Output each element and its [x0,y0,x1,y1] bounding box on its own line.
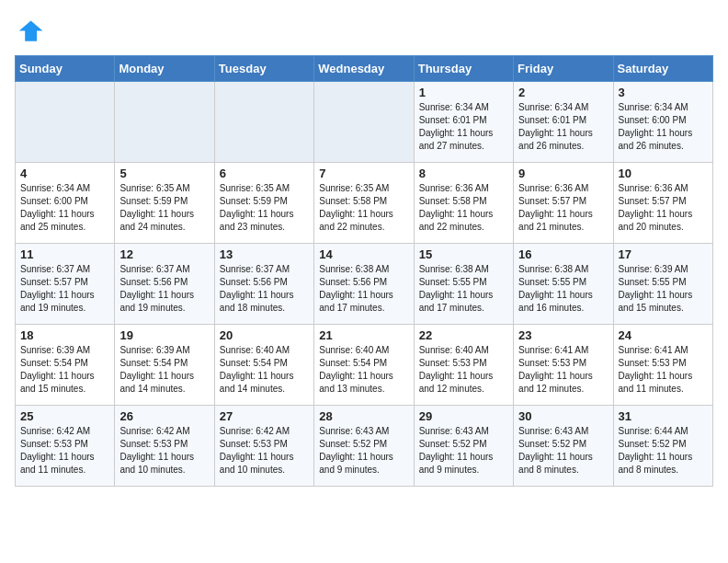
calendar-cell: 7Sunrise: 6:35 AM Sunset: 5:58 PM Daylig… [314,163,414,244]
calendar-cell: 9Sunrise: 6:36 AM Sunset: 5:57 PM Daylig… [514,163,613,244]
day-info: Sunrise: 6:35 AM Sunset: 5:59 PM Dayligh… [220,182,309,234]
calendar-cell [314,82,414,163]
day-info: Sunrise: 6:41 AM Sunset: 5:53 PM Dayligh… [619,344,708,396]
calendar-cell: 20Sunrise: 6:40 AM Sunset: 5:54 PM Dayli… [214,325,313,406]
calendar-header: SundayMondayTuesdayWednesdayThursdayFrid… [16,56,713,82]
page-header [15,15,713,44]
day-info: Sunrise: 6:36 AM Sunset: 5:57 PM Dayligh… [619,182,708,234]
day-info: Sunrise: 6:43 AM Sunset: 5:52 PM Dayligh… [319,425,408,477]
day-number: 19 [119,328,209,342]
day-number: 24 [619,328,708,342]
day-info: Sunrise: 6:34 AM Sunset: 6:01 PM Dayligh… [419,101,508,153]
calendar-cell: 1Sunrise: 6:34 AM Sunset: 6:01 PM Daylig… [414,82,513,163]
day-info: Sunrise: 6:36 AM Sunset: 5:57 PM Dayligh… [518,182,608,234]
day-info: Sunrise: 6:42 AM Sunset: 5:53 PM Dayligh… [119,425,209,477]
day-info: Sunrise: 6:34 AM Sunset: 6:00 PM Dayligh… [619,101,708,153]
day-number: 7 [319,167,408,180]
day-info: Sunrise: 6:38 AM Sunset: 5:55 PM Dayligh… [419,263,508,315]
calendar-cell: 2Sunrise: 6:34 AM Sunset: 6:01 PM Daylig… [514,82,613,163]
day-number: 2 [518,86,608,99]
calendar-week-row: 18Sunrise: 6:39 AM Sunset: 5:54 PM Dayli… [16,325,713,406]
calendar-cell: 11Sunrise: 6:37 AM Sunset: 5:57 PM Dayli… [16,244,115,325]
day-info: Sunrise: 6:34 AM Sunset: 6:00 PM Dayligh… [20,182,109,234]
day-number: 21 [319,328,408,342]
day-info: Sunrise: 6:39 AM Sunset: 5:54 PM Dayligh… [119,344,209,396]
calendar-cell: 26Sunrise: 6:42 AM Sunset: 5:53 PM Dayli… [115,406,214,487]
weekday-header: Monday [115,56,214,82]
day-info: Sunrise: 6:41 AM Sunset: 5:53 PM Dayligh… [518,344,608,396]
day-info: Sunrise: 6:36 AM Sunset: 5:58 PM Dayligh… [419,182,508,234]
calendar-cell: 27Sunrise: 6:42 AM Sunset: 5:53 PM Dayli… [214,406,313,487]
calendar-cell [214,82,313,163]
calendar-cell: 13Sunrise: 6:37 AM Sunset: 5:56 PM Dayli… [214,244,313,325]
weekday-header: Friday [514,56,613,82]
calendar-cell [16,82,115,163]
calendar-week-row: 11Sunrise: 6:37 AM Sunset: 5:57 PM Dayli… [16,244,713,325]
calendar-cell: 24Sunrise: 6:41 AM Sunset: 5:53 PM Dayli… [613,325,712,406]
calendar-cell: 8Sunrise: 6:36 AM Sunset: 5:58 PM Daylig… [414,163,513,244]
calendar-cell: 31Sunrise: 6:44 AM Sunset: 5:52 PM Dayli… [613,406,712,487]
calendar-cell: 12Sunrise: 6:37 AM Sunset: 5:56 PM Dayli… [115,244,214,325]
weekday-row: SundayMondayTuesdayWednesdayThursdayFrid… [16,56,713,82]
logo [15,15,48,44]
calendar-cell: 17Sunrise: 6:39 AM Sunset: 5:55 PM Dayli… [613,244,712,325]
day-number: 30 [518,409,608,423]
day-number: 31 [619,409,708,423]
weekday-header: Saturday [613,56,712,82]
calendar-cell: 29Sunrise: 6:43 AM Sunset: 5:52 PM Dayli… [414,406,513,487]
day-info: Sunrise: 6:39 AM Sunset: 5:54 PM Dayligh… [20,344,109,396]
calendar-cell: 15Sunrise: 6:38 AM Sunset: 5:55 PM Dayli… [414,244,513,325]
day-info: Sunrise: 6:40 AM Sunset: 5:54 PM Dayligh… [220,344,309,396]
day-info: Sunrise: 6:38 AM Sunset: 5:55 PM Dayligh… [518,263,608,315]
day-number: 13 [220,247,309,261]
day-number: 6 [220,167,309,180]
calendar-cell: 18Sunrise: 6:39 AM Sunset: 5:54 PM Dayli… [16,325,115,406]
weekday-header: Tuesday [214,56,313,82]
day-number: 29 [419,409,508,423]
day-number: 16 [518,247,608,261]
day-number: 14 [319,247,408,261]
calendar-cell: 3Sunrise: 6:34 AM Sunset: 6:00 PM Daylig… [613,82,712,163]
day-number: 15 [419,247,508,261]
day-number: 26 [119,409,209,423]
calendar-cell: 19Sunrise: 6:39 AM Sunset: 5:54 PM Dayli… [115,325,214,406]
day-number: 5 [119,167,209,180]
day-info: Sunrise: 6:44 AM Sunset: 5:52 PM Dayligh… [619,425,708,477]
calendar-cell: 25Sunrise: 6:42 AM Sunset: 5:53 PM Dayli… [16,406,115,487]
day-number: 28 [319,409,408,423]
day-number: 4 [20,167,109,180]
day-info: Sunrise: 6:38 AM Sunset: 5:56 PM Dayligh… [319,263,408,315]
weekday-header: Thursday [414,56,513,82]
day-info: Sunrise: 6:40 AM Sunset: 5:54 PM Dayligh… [319,344,408,396]
day-number: 18 [20,328,109,342]
day-number: 25 [20,409,109,423]
day-number: 8 [419,167,508,180]
day-number: 10 [619,167,708,180]
day-info: Sunrise: 6:35 AM Sunset: 5:58 PM Dayligh… [319,182,408,234]
day-number: 22 [419,328,508,342]
calendar-week-row: 1Sunrise: 6:34 AM Sunset: 6:01 PM Daylig… [16,82,713,163]
calendar-cell: 16Sunrise: 6:38 AM Sunset: 5:55 PM Dayli… [514,244,613,325]
weekday-header: Sunday [16,56,115,82]
day-number: 3 [619,86,708,99]
day-number: 1 [419,86,508,99]
calendar-week-row: 4Sunrise: 6:34 AM Sunset: 6:00 PM Daylig… [16,163,713,244]
weekday-header: Wednesday [314,56,414,82]
day-info: Sunrise: 6:42 AM Sunset: 5:53 PM Dayligh… [220,425,309,477]
calendar-cell: 28Sunrise: 6:43 AM Sunset: 5:52 PM Dayli… [314,406,414,487]
day-info: Sunrise: 6:40 AM Sunset: 5:53 PM Dayligh… [419,344,508,396]
day-info: Sunrise: 6:37 AM Sunset: 5:56 PM Dayligh… [119,263,209,315]
calendar-cell: 22Sunrise: 6:40 AM Sunset: 5:53 PM Dayli… [414,325,513,406]
day-info: Sunrise: 6:35 AM Sunset: 5:59 PM Dayligh… [119,182,209,234]
day-info: Sunrise: 6:43 AM Sunset: 5:52 PM Dayligh… [419,425,508,477]
calendar-cell: 23Sunrise: 6:41 AM Sunset: 5:53 PM Dayli… [514,325,613,406]
calendar-cell: 10Sunrise: 6:36 AM Sunset: 5:57 PM Dayli… [613,163,712,244]
day-info: Sunrise: 6:43 AM Sunset: 5:52 PM Dayligh… [518,425,608,477]
calendar-cell: 21Sunrise: 6:40 AM Sunset: 5:54 PM Dayli… [314,325,414,406]
calendar-table: SundayMondayTuesdayWednesdayThursdayFrid… [15,55,713,487]
day-number: 11 [20,247,109,261]
calendar-week-row: 25Sunrise: 6:42 AM Sunset: 5:53 PM Dayli… [16,406,713,487]
day-info: Sunrise: 6:42 AM Sunset: 5:53 PM Dayligh… [20,425,109,477]
day-number: 9 [518,167,608,180]
day-info: Sunrise: 6:39 AM Sunset: 5:55 PM Dayligh… [619,263,708,315]
